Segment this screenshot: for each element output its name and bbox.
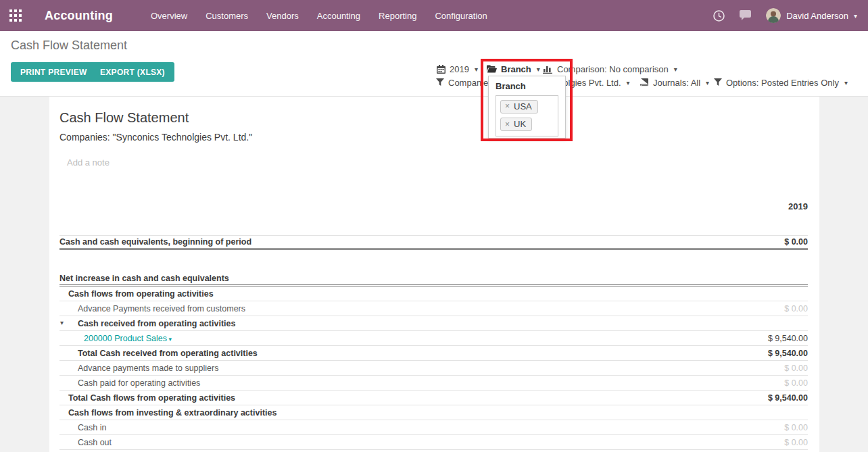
nav-item-reporting[interactable]: Reporting <box>379 11 416 21</box>
nav-item-configuration[interactable]: Configuration <box>435 11 487 21</box>
row-value: $ 9,540.00 <box>768 349 808 358</box>
table-row: Total Cash received from operating activ… <box>59 346 808 361</box>
row-value: $ 0.00 <box>784 378 808 388</box>
filter-options-label: Options: Posted Entries Only <box>726 78 839 88</box>
filter-journals[interactable]: Journals: All ▾ <box>640 76 709 89</box>
nav-item-vendors[interactable]: Vendors <box>266 11 299 21</box>
grid-icon <box>9 9 22 22</box>
row-label: Total Cash received from operating activ… <box>78 349 258 358</box>
caret-down-icon: ▾ <box>674 66 677 73</box>
bar-chart-icon <box>543 65 553 74</box>
activities-clock-icon[interactable] <box>713 10 725 22</box>
page-title: Cash Flow Statement <box>11 39 127 53</box>
caret-down-icon: ▾ <box>475 66 478 73</box>
table-row: Net increase in cash and cash equivalent… <box>59 272 808 286</box>
row-label: Cash paid for operating activities <box>78 378 200 388</box>
filter-period-label: 2019 <box>450 64 469 74</box>
filter-branch-label: Branch <box>501 64 531 74</box>
row-label: Net increase in cash and cash equivalent… <box>59 274 229 283</box>
report-sheet: Cash Flow Statement Companies: "Synconic… <box>49 97 819 452</box>
table-row: Total Cash flows from operating activiti… <box>59 391 808 405</box>
export-xlsx-button[interactable]: EXPORT (XLSX) <box>91 62 174 82</box>
branch-tag-box[interactable]: × USA × UK <box>496 95 558 136</box>
row-value: $ 0.00 <box>784 237 808 247</box>
remove-tag-icon[interactable]: × <box>505 120 510 129</box>
filter-comparison[interactable]: Comparison: No comparison ▾ <box>543 63 677 75</box>
table-row: Advance Payments received from customers… <box>59 301 808 316</box>
row-label: Cash in <box>78 423 106 432</box>
row-value: $ 0.00 <box>784 304 808 313</box>
row-label: Total Cash flows from operating activiti… <box>68 393 235 403</box>
branch-dropdown-panel: Branch × USA × UK <box>488 76 566 139</box>
report-table-rows: Cash and cash equivalents, beginning of … <box>59 235 808 450</box>
row-value: $ 0.00 <box>784 438 808 447</box>
row-spacer <box>59 250 808 272</box>
print-preview-button[interactable]: PRINT PREVIEW <box>11 62 97 82</box>
branch-dropdown-title: Branch <box>496 81 558 91</box>
caret-down-icon: ▾ <box>844 79 848 86</box>
nav-right: David Anderson ▾ <box>713 8 868 23</box>
report-subtitle: Companies: "Synconics Technolgies Pvt. L… <box>59 132 252 143</box>
table-row: Cash flows from investing & extraordinar… <box>59 405 808 420</box>
row-label: Advance Payments received from customers <box>78 304 245 313</box>
remove-tag-icon[interactable]: × <box>505 101 510 111</box>
filter-branch[interactable]: Branch ▾ <box>487 63 540 75</box>
filter-options[interactable]: Options: Posted Entries Only ▾ <box>714 76 848 89</box>
table-row: Advance payments made to suppliers$ 0.00 <box>59 361 808 376</box>
table-row: Cash in$ 0.00 <box>59 420 808 435</box>
row-label: Cash flows from investing & extraordinar… <box>68 408 276 418</box>
caret-down-icon: ▾ <box>627 79 630 86</box>
nav-item-accounting[interactable]: Accounting <box>317 11 360 21</box>
report-table: 2019 Cash and cash equivalents, beginnin… <box>59 199 808 450</box>
chevron-down-icon: ▾ <box>854 12 857 20</box>
row-label: Cash and cash equivalents, beginning of … <box>59 237 251 247</box>
top-nav: Accounting Overview Customers Vendors Ac… <box>0 0 868 31</box>
user-menu[interactable]: David Anderson ▾ <box>766 8 857 23</box>
nav-item-overview[interactable]: Overview <box>151 11 187 21</box>
messages-icon[interactable] <box>739 10 752 21</box>
caret-down-icon: ▾ <box>167 336 172 343</box>
report-title: Cash Flow Statement <box>59 110 189 126</box>
app-title[interactable]: Accounting <box>45 9 113 23</box>
row-label: Cash flows from operating activities <box>68 289 214 299</box>
branch-tag-uk[interactable]: × UK <box>500 118 532 131</box>
table-row: Cash flows from operating activities <box>59 286 808 301</box>
book-icon <box>640 78 649 87</box>
branch-tag-label: USA <box>514 101 532 111</box>
branch-tag-usa[interactable]: × USA <box>500 100 538 114</box>
table-row: ▾Cash received from operating activities <box>59 316 808 331</box>
user-avatar <box>766 8 781 23</box>
table-row: Cash paid for operating activities$ 0.00 <box>59 376 808 391</box>
calendar-icon <box>437 65 445 74</box>
filter-funnel-icon <box>436 78 444 86</box>
branch-tag-label: UK <box>514 119 526 129</box>
filter-comparison-label: Comparison: No comparison <box>557 64 669 74</box>
expand-caret-icon[interactable]: ▾ <box>60 319 64 326</box>
user-name: David Anderson <box>786 11 848 21</box>
folder-open-icon <box>487 65 497 73</box>
add-note-input[interactable]: Add a note <box>67 157 110 168</box>
row-value: $ 9,540.00 <box>768 393 808 403</box>
row-value: $ 0.00 <box>784 423 808 432</box>
table-row: Cash out$ 0.00 <box>59 435 808 450</box>
column-header-year: 2019 <box>59 199 808 214</box>
filter-funnel-icon <box>714 78 722 86</box>
filter-journals-label: Journals: All <box>653 78 700 88</box>
row-value: $ 0.00 <box>784 363 808 373</box>
nav-item-customers[interactable]: Customers <box>206 11 248 21</box>
row-label: Cash out <box>78 438 112 447</box>
nav-menu: Overview Customers Vendors Accounting Re… <box>151 11 487 21</box>
account-link[interactable]: 200000 Product Sales ▾ <box>84 334 172 343</box>
row-label: Advance payments made to suppliers <box>78 363 218 373</box>
table-row: Cash and cash equivalents, beginning of … <box>59 235 808 250</box>
filter-period[interactable]: 2019 ▾ <box>437 63 478 75</box>
table-row: 200000 Product Sales ▾$ 9,540.00 <box>59 331 808 346</box>
caret-down-icon: ▾ <box>537 66 540 73</box>
row-value: $ 9,540.00 <box>768 334 808 343</box>
row-label: Cash received from operating activities <box>78 319 235 328</box>
caret-down-icon: ▾ <box>706 79 709 86</box>
apps-menu-icon[interactable] <box>0 0 31 31</box>
